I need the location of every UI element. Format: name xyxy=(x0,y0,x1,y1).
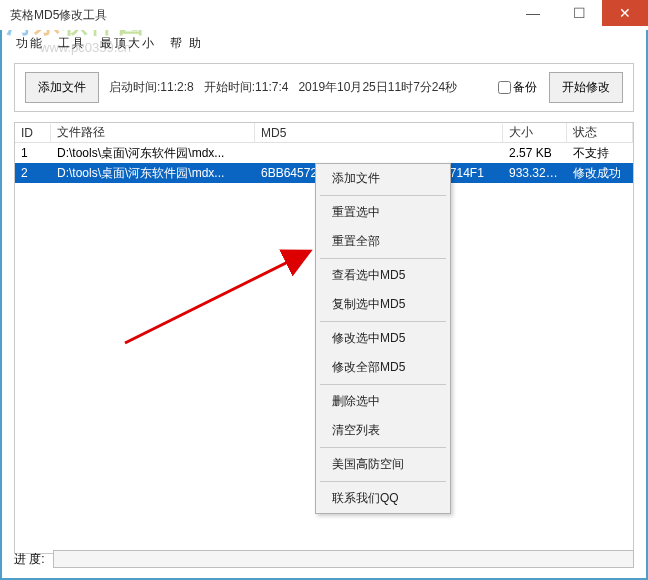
backup-label: 备份 xyxy=(513,79,537,96)
footer: 进 度: xyxy=(14,550,634,568)
separator xyxy=(320,321,446,322)
maximize-button[interactable]: ☐ xyxy=(556,0,602,26)
cell-path: D:\tools\桌面\河东软件园\mdx... xyxy=(51,164,255,183)
cell-status: 不支持 xyxy=(567,144,633,163)
menu-bar: 功能 工具 最顶大小 帮 助 xyxy=(0,30,648,57)
cell-path: D:\tools\桌面\河东软件园\mdx... xyxy=(51,144,255,163)
col-id[interactable]: ID xyxy=(15,124,51,142)
ctx-view-md5[interactable]: 查看选中MD5 xyxy=(316,261,450,290)
toolbar: 添加文件 启动时间:11:2:8 开始时间:11:7:4 2019年10月25日… xyxy=(14,63,634,112)
now-time-label: 2019年10月25日11时7分24秒 xyxy=(298,79,457,96)
col-path[interactable]: 文件路径 xyxy=(51,122,255,143)
col-size[interactable]: 大小 xyxy=(503,122,567,143)
separator xyxy=(320,447,446,448)
cell-id: 2 xyxy=(15,165,51,181)
ctx-clear-list[interactable]: 清空列表 xyxy=(316,416,450,445)
ctx-reset-selected[interactable]: 重置选中 xyxy=(316,198,450,227)
ctx-modify-selected-md5[interactable]: 修改选中MD5 xyxy=(316,324,450,353)
start-modify-button[interactable]: 开始修改 xyxy=(549,72,623,103)
separator xyxy=(320,258,446,259)
menu-topsize[interactable]: 最顶大小 xyxy=(94,33,162,54)
ctx-contact-qq[interactable]: 联系我们QQ xyxy=(316,484,450,513)
progress-label: 进 度: xyxy=(14,551,45,568)
close-button[interactable]: ✕ xyxy=(602,0,648,26)
menu-help[interactable]: 帮 助 xyxy=(164,33,209,54)
backup-checkbox-wrap[interactable]: 备份 xyxy=(498,79,537,96)
ctx-delete-selected[interactable]: 删除选中 xyxy=(316,387,450,416)
progress-bar xyxy=(53,550,634,568)
file-table: ID 文件路径 MD5 大小 状态 1 D:\tools\桌面\河东软件园\md… xyxy=(14,122,634,554)
svg-line-0 xyxy=(125,251,310,343)
ctx-copy-md5[interactable]: 复制选中MD5 xyxy=(316,290,450,319)
begin-time-label: 开始时间:11:7:4 xyxy=(204,79,289,96)
cell-id: 1 xyxy=(15,145,51,161)
minimize-button[interactable]: — xyxy=(510,0,556,26)
separator xyxy=(320,195,446,196)
cell-size: 933.32 KB xyxy=(503,165,567,181)
ctx-modify-all-md5[interactable]: 修改全部MD5 xyxy=(316,353,450,382)
cell-md5 xyxy=(255,152,503,154)
col-status[interactable]: 状态 xyxy=(567,122,633,143)
ctx-reset-all[interactable]: 重置全部 xyxy=(316,227,450,256)
separator xyxy=(320,481,446,482)
startup-time-label: 启动时间:11:2:8 xyxy=(109,79,194,96)
col-md5[interactable]: MD5 xyxy=(255,124,503,142)
backup-checkbox[interactable] xyxy=(498,81,511,94)
ctx-add-file[interactable]: 添加文件 xyxy=(316,164,450,193)
add-file-button[interactable]: 添加文件 xyxy=(25,72,99,103)
separator xyxy=(320,384,446,385)
cell-size: 2.57 KB xyxy=(503,145,567,161)
window-title: 英格MD5修改工具 xyxy=(0,7,510,24)
context-menu: 添加文件 重置选中 重置全部 查看选中MD5 复制选中MD5 修改选中MD5 修… xyxy=(315,163,451,514)
menu-tools[interactable]: 工具 xyxy=(52,33,92,54)
title-bar: 英格MD5修改工具 — ☐ ✕ xyxy=(0,0,648,30)
annotation-arrow-icon xyxy=(115,233,335,353)
table-header: ID 文件路径 MD5 大小 状态 xyxy=(15,123,633,143)
menu-function[interactable]: 功能 xyxy=(10,33,50,54)
table-row[interactable]: 1 D:\tools\桌面\河东软件园\mdx... 2.57 KB 不支持 xyxy=(15,143,633,163)
ctx-us-server[interactable]: 美国高防空间 xyxy=(316,450,450,479)
cell-status: 修改成功 xyxy=(567,164,633,183)
